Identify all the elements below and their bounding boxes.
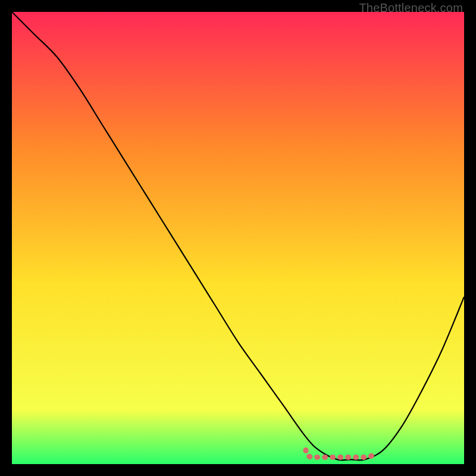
- bottleneck-chart: [12, 12, 464, 464]
- gradient-background: [12, 12, 464, 464]
- watermark-text: TheBottleneck.com: [359, 1, 463, 15]
- chart-frame: [12, 12, 464, 464]
